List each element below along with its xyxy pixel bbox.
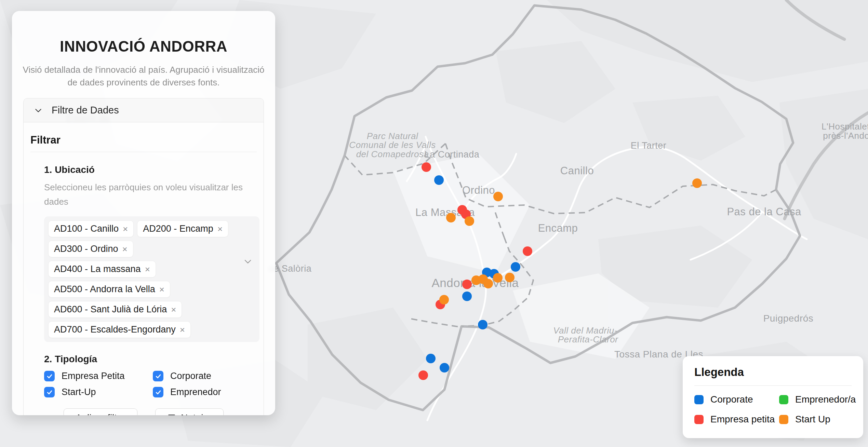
legend-item-label: Corporate: [710, 394, 753, 405]
clear-filter-button[interactable]: Netejar: [155, 408, 224, 415]
typology-option-label: Empresa Petita: [62, 371, 125, 381]
parish-chip-label: AD200 - Encamp: [143, 224, 213, 234]
legend-item-label: Empresa petita: [710, 414, 775, 425]
marker-corporate[interactable]: [426, 354, 436, 363]
marker-start_up[interactable]: [446, 213, 456, 222]
clear-filter-label: Netejar: [181, 412, 212, 416]
parish-chip-label: AD700 - Escaldes-Engordany: [54, 324, 176, 335]
apply-filter-label: Aplicar filtre: [76, 412, 125, 416]
checkbox-checked-icon[interactable]: [153, 371, 163, 381]
parish-chip-label: AD500 - Andorra la Vella: [54, 284, 155, 295]
accordion-header-filter-label: Filtre de Dades: [52, 105, 119, 116]
marker-empresa_petita[interactable]: [422, 162, 431, 172]
marker-start_up[interactable]: [493, 192, 503, 201]
map-place-label: Puigpedrós: [763, 313, 814, 324]
legend-items: CorporateEmprenedor/aEmpresa petitaStart…: [694, 394, 852, 425]
parish-chip-6[interactable]: AD600 - Sant Julià de Lória×: [48, 301, 182, 318]
typology-label: 2. Tipología: [44, 354, 254, 365]
parish-chip-5[interactable]: AD500 - Andorra la Vella×: [48, 281, 170, 298]
map-place-label: Pas de la Casa: [727, 206, 801, 218]
marker-start_up[interactable]: [465, 216, 474, 226]
subtitle-line-1: Visió detallada de l'innovació al país. …: [19, 64, 268, 76]
legend-color-swatch: [694, 395, 704, 404]
map-place-label: Perafita-Claror: [558, 334, 618, 345]
legend-item-3: Empresa petita: [694, 414, 779, 425]
typology-option-4: Emprenedor: [153, 387, 254, 397]
legend-panel: Llegenda CorporateEmprenedor/aEmpresa pe…: [683, 356, 863, 438]
typology-option-label: Emprenedor: [170, 387, 221, 397]
parish-chip-2[interactable]: AD200 - Encamp×: [137, 220, 228, 237]
filter-funnel-icon: [167, 414, 176, 416]
legend-item-4: Start Up: [779, 414, 856, 425]
chip-remove-icon[interactable]: ×: [123, 225, 128, 233]
marker-start_up[interactable]: [483, 279, 493, 288]
typology-block: 2. Tipología Empresa PetitaCorporateStar…: [44, 354, 254, 397]
filter-buttons-row: Aplicar filtre Netejar: [30, 408, 257, 415]
parish-multiselect[interactable]: AD100 - Canillo×AD200 - Encamp×AD300 - O…: [44, 216, 259, 342]
marker-empresa_petita[interactable]: [523, 246, 532, 256]
map-place-label: del Comapedrosa: [356, 149, 429, 160]
page-title: INNOVACIÓ ANDORRA: [12, 37, 275, 56]
filter-content: Filtrar 1. Ubicació Seleccioneu les parr…: [24, 122, 264, 415]
map-place-label: Canillo: [560, 165, 594, 177]
legend-item-1: Corporate: [694, 394, 779, 405]
map-place-label: La Cortinada: [425, 149, 480, 160]
map-place-label: Ordino: [462, 184, 495, 197]
legend-item-label: Emprenedor/a: [795, 394, 856, 405]
legend-title: Llegenda: [694, 366, 852, 379]
parish-chip-label: AD400 - La massana: [54, 264, 141, 274]
parish-chip-label: AD300 - Ordino: [54, 244, 118, 254]
parish-chip-label: AD100 - Canillo: [54, 224, 119, 234]
map-place-label: Encamp: [538, 222, 578, 234]
checkbox-checked-icon[interactable]: [44, 387, 55, 397]
chip-remove-icon[interactable]: ×: [159, 285, 164, 294]
accordion-container: Filtre de Dades Filtrar 1. Ubicació Sele…: [23, 98, 264, 415]
chip-remove-icon[interactable]: ×: [180, 325, 185, 334]
page-subtitle: Visió detallada de l'innovació al país. …: [19, 64, 268, 89]
sidebar-panel: INNOVACIÓ ANDORRA Visió detallada de l'i…: [12, 11, 275, 415]
location-block: 1. Ubicació Seleccioneu les parròquies o…: [44, 164, 254, 342]
marker-corporate[interactable]: [462, 292, 472, 301]
select-chevron-icon[interactable]: [243, 257, 253, 266]
marker-empresa_petita[interactable]: [462, 280, 472, 289]
typology-option-3: Start-Up: [44, 387, 153, 397]
marker-start_up[interactable]: [439, 295, 449, 304]
typology-option-1: Empresa Petita: [44, 371, 153, 381]
parish-chip-4[interactable]: AD400 - La massana×: [48, 261, 156, 277]
legend-color-swatch: [694, 415, 704, 424]
filter-heading: Filtrar: [30, 134, 257, 152]
chip-remove-icon[interactable]: ×: [171, 305, 176, 314]
location-label: 1. Ubicació: [44, 164, 254, 175]
marker-corporate[interactable]: [511, 262, 520, 272]
checkbox-checked-icon[interactable]: [153, 387, 163, 397]
chip-remove-icon[interactable]: ×: [217, 225, 223, 233]
typology-options: Empresa PetitaCorporateStart-UpEmprenedo…: [44, 371, 254, 397]
legend-item-label: Start Up: [795, 414, 830, 425]
subtitle-line-2: de dades provinents de diverses fonts.: [19, 76, 268, 89]
marker-corporate[interactable]: [434, 175, 444, 185]
marker-start_up[interactable]: [505, 273, 515, 282]
chip-remove-icon[interactable]: ×: [122, 245, 128, 254]
parish-chip-3[interactable]: AD300 - Ordino×: [48, 241, 133, 257]
parish-chip-1[interactable]: AD100 - Canillo×: [48, 220, 134, 237]
typology-option-2: Corporate: [153, 371, 254, 381]
accordion-header-filter[interactable]: Filtre de Dades: [24, 98, 264, 122]
chevron-down-icon: [34, 106, 43, 115]
checkbox-checked-icon[interactable]: [44, 371, 55, 381]
marker-start_up[interactable]: [493, 273, 503, 283]
map-place-label: El Tarter: [631, 140, 667, 151]
marker-empresa_petita[interactable]: [418, 370, 428, 380]
marker-start_up[interactable]: [692, 178, 702, 188]
map-place-label: près-l'Andorre: [823, 131, 868, 141]
typology-option-label: Start-Up: [62, 387, 96, 397]
legend-color-swatch: [779, 395, 788, 404]
marker-corporate[interactable]: [440, 363, 449, 372]
apply-filter-button[interactable]: Aplicar filtre: [64, 408, 137, 415]
chip-remove-icon[interactable]: ×: [145, 265, 150, 274]
typology-option-label: Corporate: [170, 371, 211, 381]
parish-chip-7[interactable]: AD700 - Escaldes-Engordany×: [48, 321, 191, 338]
location-description: Seleccioneu les parròquies on voleu visu…: [44, 180, 254, 209]
marker-corporate[interactable]: [478, 320, 488, 329]
legend-divider: [694, 385, 852, 386]
legend-item-2: Emprenedor/a: [779, 394, 856, 405]
